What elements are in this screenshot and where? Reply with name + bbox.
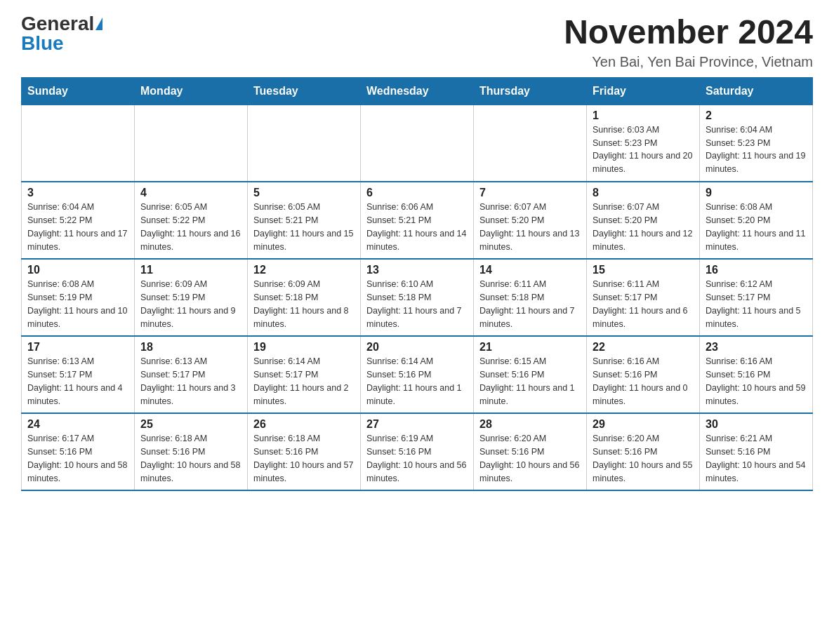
- day-number: 25: [140, 418, 241, 431]
- day-number: 30: [706, 418, 807, 431]
- calendar-cell: [22, 105, 135, 182]
- calendar-cell: 17Sunrise: 6:13 AMSunset: 5:17 PMDayligh…: [22, 336, 135, 413]
- day-info: Sunrise: 6:05 AMSunset: 5:21 PMDaylight:…: [253, 201, 355, 253]
- day-info: Sunrise: 6:05 AMSunset: 5:22 PMDaylight:…: [140, 201, 241, 253]
- calendar-cell: 25Sunrise: 6:18 AMSunset: 5:16 PMDayligh…: [135, 413, 248, 490]
- calendar-cell: 22Sunrise: 6:16 AMSunset: 5:16 PMDayligh…: [587, 336, 700, 413]
- day-number: 15: [593, 264, 694, 276]
- day-info: Sunrise: 6:03 AMSunset: 5:23 PMDaylight:…: [593, 123, 694, 176]
- calendar-cell: 23Sunrise: 6:16 AMSunset: 5:16 PMDayligh…: [700, 336, 813, 413]
- day-number: 14: [479, 264, 581, 276]
- page-header: General Blue November 2024 Yen Bai, Yen …: [21, 14, 813, 70]
- day-number: 10: [27, 264, 128, 276]
- day-info: Sunrise: 6:15 AMSunset: 5:16 PMDaylight:…: [479, 355, 581, 408]
- day-number: 2: [706, 109, 807, 122]
- day-number: 18: [140, 341, 241, 354]
- calendar-cell: 21Sunrise: 6:15 AMSunset: 5:16 PMDayligh…: [474, 336, 587, 413]
- day-info: Sunrise: 6:20 AMSunset: 5:16 PMDaylight:…: [593, 432, 694, 485]
- day-info: Sunrise: 6:11 AMSunset: 5:17 PMDaylight:…: [593, 278, 694, 330]
- calendar-cell: 18Sunrise: 6:13 AMSunset: 5:17 PMDayligh…: [135, 336, 248, 413]
- day-number: 21: [479, 341, 581, 354]
- weekday-header-sunday: Sunday: [22, 77, 135, 105]
- day-info: Sunrise: 6:07 AMSunset: 5:20 PMDaylight:…: [593, 201, 694, 253]
- calendar-cell: [135, 105, 248, 182]
- calendar-cell: 20Sunrise: 6:14 AMSunset: 5:16 PMDayligh…: [361, 336, 474, 413]
- day-info: Sunrise: 6:19 AMSunset: 5:16 PMDaylight:…: [366, 432, 468, 485]
- day-info: Sunrise: 6:09 AMSunset: 5:18 PMDaylight:…: [253, 278, 355, 330]
- calendar-cell: 9Sunrise: 6:08 AMSunset: 5:20 PMDaylight…: [700, 182, 813, 259]
- weekday-header-saturday: Saturday: [700, 77, 813, 105]
- calendar-cell: 2Sunrise: 6:04 AMSunset: 5:23 PMDaylight…: [700, 105, 813, 182]
- day-number: 6: [366, 187, 468, 199]
- calendar-cell: 12Sunrise: 6:09 AMSunset: 5:18 PMDayligh…: [248, 259, 361, 336]
- day-info: Sunrise: 6:14 AMSunset: 5:17 PMDaylight:…: [253, 355, 355, 408]
- day-info: Sunrise: 6:12 AMSunset: 5:17 PMDaylight:…: [706, 278, 807, 330]
- calendar-week-row: 3Sunrise: 6:04 AMSunset: 5:22 PMDaylight…: [22, 182, 813, 259]
- day-info: Sunrise: 6:10 AMSunset: 5:18 PMDaylight:…: [366, 278, 468, 330]
- day-info: Sunrise: 6:08 AMSunset: 5:19 PMDaylight:…: [27, 278, 128, 330]
- weekday-header-tuesday: Tuesday: [248, 77, 361, 105]
- calendar-cell: 24Sunrise: 6:17 AMSunset: 5:16 PMDayligh…: [22, 413, 135, 490]
- calendar-week-row: 1Sunrise: 6:03 AMSunset: 5:23 PMDaylight…: [22, 105, 813, 182]
- day-number: 23: [706, 341, 807, 354]
- day-info: Sunrise: 6:14 AMSunset: 5:16 PMDaylight:…: [366, 355, 468, 408]
- day-number: 4: [140, 187, 241, 199]
- day-number: 24: [27, 418, 128, 431]
- calendar-cell: 5Sunrise: 6:05 AMSunset: 5:21 PMDaylight…: [248, 182, 361, 259]
- calendar-cell: 19Sunrise: 6:14 AMSunset: 5:17 PMDayligh…: [248, 336, 361, 413]
- day-info: Sunrise: 6:13 AMSunset: 5:17 PMDaylight:…: [140, 355, 241, 408]
- day-info: Sunrise: 6:06 AMSunset: 5:21 PMDaylight:…: [366, 201, 468, 253]
- calendar-cell: 7Sunrise: 6:07 AMSunset: 5:20 PMDaylight…: [474, 182, 587, 259]
- day-number: 11: [140, 264, 241, 276]
- day-info: Sunrise: 6:13 AMSunset: 5:17 PMDaylight:…: [27, 355, 128, 408]
- day-number: 22: [593, 341, 694, 354]
- day-info: Sunrise: 6:17 AMSunset: 5:16 PMDaylight:…: [27, 432, 128, 485]
- logo-general: General: [21, 14, 94, 34]
- day-number: 1: [593, 109, 694, 122]
- day-info: Sunrise: 6:09 AMSunset: 5:19 PMDaylight:…: [140, 278, 241, 330]
- calendar-week-row: 10Sunrise: 6:08 AMSunset: 5:19 PMDayligh…: [22, 259, 813, 336]
- day-info: Sunrise: 6:16 AMSunset: 5:16 PMDaylight:…: [593, 355, 694, 408]
- calendar-cell: 6Sunrise: 6:06 AMSunset: 5:21 PMDaylight…: [361, 182, 474, 259]
- day-info: Sunrise: 6:07 AMSunset: 5:20 PMDaylight:…: [479, 201, 581, 253]
- weekday-header-friday: Friday: [587, 77, 700, 105]
- day-number: 12: [253, 264, 355, 276]
- day-info: Sunrise: 6:04 AMSunset: 5:23 PMDaylight:…: [706, 123, 807, 176]
- day-number: 19: [253, 341, 355, 354]
- day-info: Sunrise: 6:20 AMSunset: 5:16 PMDaylight:…: [479, 432, 581, 485]
- calendar-cell: 14Sunrise: 6:11 AMSunset: 5:18 PMDayligh…: [474, 259, 587, 336]
- weekday-header-monday: Monday: [135, 77, 248, 105]
- day-info: Sunrise: 6:04 AMSunset: 5:22 PMDaylight:…: [27, 201, 128, 253]
- day-number: 3: [27, 187, 128, 199]
- calendar-cell: 16Sunrise: 6:12 AMSunset: 5:17 PMDayligh…: [700, 259, 813, 336]
- weekday-header-wednesday: Wednesday: [361, 77, 474, 105]
- calendar-cell: 28Sunrise: 6:20 AMSunset: 5:16 PMDayligh…: [474, 413, 587, 490]
- calendar-cell: [474, 105, 587, 182]
- day-number: 5: [253, 187, 355, 199]
- day-number: 26: [253, 418, 355, 431]
- logo-triangle-icon: [95, 18, 102, 30]
- title-section: November 2024 Yen Bai, Yen Bai Province,…: [564, 14, 813, 70]
- day-number: 27: [366, 418, 468, 431]
- day-info: Sunrise: 6:18 AMSunset: 5:16 PMDaylight:…: [253, 432, 355, 485]
- calendar-table: SundayMondayTuesdayWednesdayThursdayFrid…: [21, 77, 813, 492]
- day-number: 28: [479, 418, 581, 431]
- day-info: Sunrise: 6:08 AMSunset: 5:20 PMDaylight:…: [706, 201, 807, 253]
- day-number: 9: [706, 187, 807, 199]
- calendar-cell: 10Sunrise: 6:08 AMSunset: 5:19 PMDayligh…: [22, 259, 135, 336]
- logo: General Blue: [21, 14, 102, 53]
- calendar-week-row: 24Sunrise: 6:17 AMSunset: 5:16 PMDayligh…: [22, 413, 813, 490]
- day-number: 16: [706, 264, 807, 276]
- calendar-cell: [361, 105, 474, 182]
- calendar-cell: 29Sunrise: 6:20 AMSunset: 5:16 PMDayligh…: [587, 413, 700, 490]
- calendar-cell: 4Sunrise: 6:05 AMSunset: 5:22 PMDaylight…: [135, 182, 248, 259]
- day-number: 13: [366, 264, 468, 276]
- calendar-cell: 13Sunrise: 6:10 AMSunset: 5:18 PMDayligh…: [361, 259, 474, 336]
- calendar-cell: 3Sunrise: 6:04 AMSunset: 5:22 PMDaylight…: [22, 182, 135, 259]
- calendar-cell: 8Sunrise: 6:07 AMSunset: 5:20 PMDaylight…: [587, 182, 700, 259]
- day-info: Sunrise: 6:21 AMSunset: 5:16 PMDaylight:…: [706, 432, 807, 485]
- subtitle: Yen Bai, Yen Bai Province, Vietnam: [564, 54, 813, 70]
- weekday-header-thursday: Thursday: [474, 77, 587, 105]
- day-number: 20: [366, 341, 468, 354]
- day-info: Sunrise: 6:16 AMSunset: 5:16 PMDaylight:…: [706, 355, 807, 408]
